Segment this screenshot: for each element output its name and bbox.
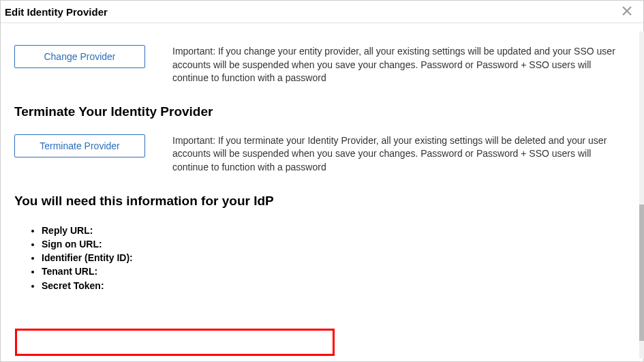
modal-title: Edit Identity Provider: [5, 6, 108, 18]
modal-body: Change Provider Important: If you change…: [1, 23, 643, 361]
close-icon[interactable]: [619, 5, 635, 18]
change-provider-button[interactable]: Change Provider: [14, 45, 145, 68]
change-provider-text: Important: If you change your entity pro…: [172, 45, 630, 85]
terminate-heading: Terminate Your Identity Provider: [14, 104, 630, 119]
list-item: Reply URL:: [42, 224, 630, 237]
list-item: Sign on URL:: [42, 237, 630, 251]
idp-info-list: Reply URL: Sign on URL: Identifier (Enti…: [42, 224, 630, 292]
idp-info-heading: You will need this information for your …: [14, 194, 630, 209]
highlight-annotation: [15, 329, 335, 356]
scrollbar-thumb[interactable]: [639, 205, 644, 341]
modal-header: Edit Identity Provider: [1, 1, 643, 23]
list-item: Identifier (Entity ID):: [42, 251, 630, 265]
terminate-provider-text: Important: If you terminate your Identit…: [172, 134, 630, 175]
terminate-provider-button[interactable]: Terminate Provider: [14, 134, 145, 157]
list-item: Secret Token:: [42, 279, 630, 292]
change-provider-section: Change Provider Important: If you change…: [14, 45, 630, 85]
edit-identity-provider-modal: Edit Identity Provider Change Provider I…: [0, 0, 644, 362]
list-item: Tenant URL:: [42, 265, 630, 278]
terminate-provider-section: Terminate Provider Important: If you ter…: [14, 134, 630, 175]
